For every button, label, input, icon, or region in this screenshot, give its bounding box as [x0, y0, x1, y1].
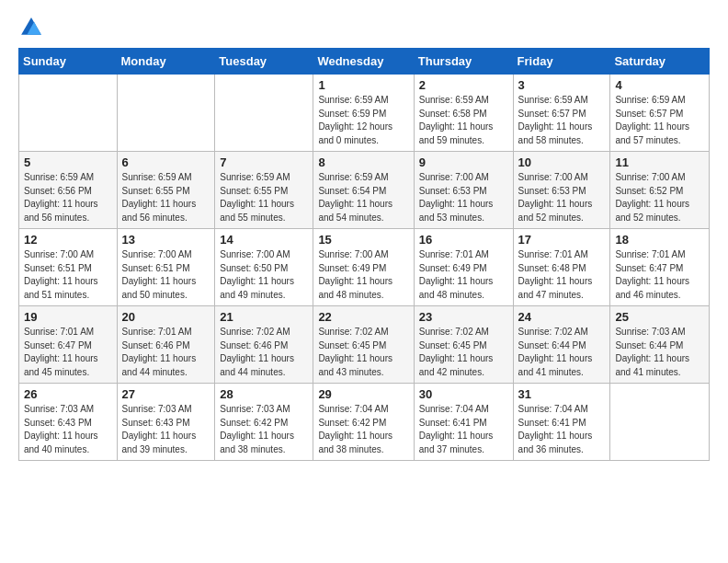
calendar-cell: 23Sunrise: 7:02 AM Sunset: 6:45 PM Dayli… [414, 306, 513, 384]
weekday-header-wednesday: Wednesday [313, 49, 414, 75]
day-number: 7 [220, 155, 308, 169]
calendar-cell: 20Sunrise: 7:01 AM Sunset: 6:46 PM Dayli… [117, 306, 215, 384]
day-info: Sunrise: 7:02 AM Sunset: 6:46 PM Dayligh… [220, 326, 308, 379]
day-info: Sunrise: 7:01 AM Sunset: 6:48 PM Dayligh… [518, 248, 606, 302]
day-number: 28 [220, 387, 308, 401]
day-number: 21 [220, 310, 308, 324]
calendar-cell: 24Sunrise: 7:02 AM Sunset: 6:44 PM Dayli… [513, 306, 610, 384]
day-number: 5 [24, 155, 112, 169]
calendar-cell: 12Sunrise: 7:00 AM Sunset: 6:51 PM Dayli… [19, 229, 118, 306]
calendar-cell: 29Sunrise: 7:04 AM Sunset: 6:42 PM Dayli… [313, 384, 414, 461]
day-info: Sunrise: 6:59 AM Sunset: 6:54 PM Dayligh… [318, 171, 408, 224]
day-info: Sunrise: 7:04 AM Sunset: 6:41 PM Dayligh… [518, 403, 606, 456]
calendar-cell: 4Sunrise: 6:59 AM Sunset: 6:57 PM Daylig… [610, 75, 710, 152]
day-number: 3 [518, 78, 606, 92]
calendar-cell: 28Sunrise: 7:03 AM Sunset: 6:42 PM Dayli… [215, 384, 313, 461]
day-number: 16 [419, 233, 508, 247]
day-info: Sunrise: 7:00 AM Sunset: 6:52 PM Dayligh… [615, 171, 704, 224]
calendar-cell: 31Sunrise: 7:04 AM Sunset: 6:41 PM Dayli… [513, 384, 610, 461]
calendar-cell: 25Sunrise: 7:03 AM Sunset: 6:44 PM Dayli… [610, 306, 710, 384]
calendar-cell: 19Sunrise: 7:01 AM Sunset: 6:47 PM Dayli… [19, 306, 118, 384]
day-number: 29 [318, 387, 408, 401]
page: SundayMondayTuesdayWednesdayThursdayFrid… [0, 0, 728, 476]
calendar-cell: 22Sunrise: 7:02 AM Sunset: 6:45 PM Dayli… [313, 306, 414, 384]
calendar-cell [19, 75, 118, 152]
day-info: Sunrise: 7:03 AM Sunset: 6:44 PM Dayligh… [615, 326, 704, 379]
day-info: Sunrise: 6:59 AM Sunset: 6:55 PM Dayligh… [122, 171, 210, 224]
day-number: 4 [615, 78, 704, 92]
day-number: 23 [419, 310, 508, 324]
day-info: Sunrise: 7:00 AM Sunset: 6:53 PM Dayligh… [518, 171, 606, 224]
weekday-header-monday: Monday [117, 49, 215, 75]
week-row-4: 19Sunrise: 7:01 AM Sunset: 6:47 PM Dayli… [19, 306, 710, 384]
day-number: 27 [122, 387, 210, 401]
day-number: 13 [122, 233, 210, 247]
day-info: Sunrise: 7:01 AM Sunset: 6:46 PM Dayligh… [122, 326, 210, 379]
weekday-header-thursday: Thursday [414, 49, 513, 75]
day-info: Sunrise: 7:04 AM Sunset: 6:42 PM Dayligh… [318, 403, 408, 456]
day-number: 30 [419, 387, 508, 401]
day-info: Sunrise: 7:01 AM Sunset: 6:47 PM Dayligh… [615, 248, 704, 302]
day-info: Sunrise: 6:59 AM Sunset: 6:57 PM Dayligh… [518, 94, 606, 147]
day-number: 14 [220, 233, 308, 247]
calendar-cell [117, 75, 215, 152]
calendar-cell: 3Sunrise: 6:59 AM Sunset: 6:57 PM Daylig… [513, 75, 610, 152]
calendar-cell: 18Sunrise: 7:01 AM Sunset: 6:47 PM Dayli… [610, 229, 710, 306]
calendar-cell: 2Sunrise: 6:59 AM Sunset: 6:58 PM Daylig… [414, 75, 513, 152]
day-info: Sunrise: 7:00 AM Sunset: 6:51 PM Dayligh… [24, 248, 112, 302]
day-number: 19 [24, 310, 112, 324]
weekday-header-saturday: Saturday [610, 49, 710, 75]
day-info: Sunrise: 7:01 AM Sunset: 6:47 PM Dayligh… [24, 326, 112, 379]
day-number: 22 [318, 310, 408, 324]
day-number: 15 [318, 233, 408, 247]
day-number: 12 [24, 233, 112, 247]
day-info: Sunrise: 7:03 AM Sunset: 6:43 PM Dayligh… [122, 403, 210, 456]
calendar-cell: 7Sunrise: 6:59 AM Sunset: 6:55 PM Daylig… [215, 152, 313, 229]
calendar-cell: 14Sunrise: 7:00 AM Sunset: 6:50 PM Dayli… [215, 229, 313, 306]
calendar-cell: 8Sunrise: 6:59 AM Sunset: 6:54 PM Daylig… [313, 152, 414, 229]
calendar-cell: 17Sunrise: 7:01 AM Sunset: 6:48 PM Dayli… [513, 229, 610, 306]
day-info: Sunrise: 7:03 AM Sunset: 6:43 PM Dayligh… [24, 403, 112, 456]
day-info: Sunrise: 6:59 AM Sunset: 6:58 PM Dayligh… [419, 94, 508, 147]
day-number: 20 [122, 310, 210, 324]
day-info: Sunrise: 6:59 AM Sunset: 6:59 PM Dayligh… [318, 94, 408, 147]
calendar-cell: 1Sunrise: 6:59 AM Sunset: 6:59 PM Daylig… [313, 75, 414, 152]
day-number: 18 [615, 233, 704, 247]
day-info: Sunrise: 7:00 AM Sunset: 6:50 PM Dayligh… [220, 248, 308, 302]
calendar-cell: 21Sunrise: 7:02 AM Sunset: 6:46 PM Dayli… [215, 306, 313, 384]
day-number: 17 [518, 233, 606, 247]
day-info: Sunrise: 7:01 AM Sunset: 6:49 PM Dayligh… [419, 248, 508, 302]
header [18, 15, 710, 40]
calendar-cell: 5Sunrise: 6:59 AM Sunset: 6:56 PM Daylig… [19, 152, 118, 229]
calendar: SundayMondayTuesdayWednesdayThursdayFrid… [18, 48, 710, 461]
weekday-header-tuesday: Tuesday [215, 49, 313, 75]
week-row-5: 26Sunrise: 7:03 AM Sunset: 6:43 PM Dayli… [19, 384, 710, 461]
day-number: 25 [615, 310, 704, 324]
day-info: Sunrise: 7:00 AM Sunset: 6:49 PM Dayligh… [318, 248, 408, 302]
calendar-cell: 6Sunrise: 6:59 AM Sunset: 6:55 PM Daylig… [117, 152, 215, 229]
day-info: Sunrise: 6:59 AM Sunset: 6:57 PM Dayligh… [615, 94, 704, 147]
week-row-1: 1Sunrise: 6:59 AM Sunset: 6:59 PM Daylig… [19, 75, 710, 152]
day-info: Sunrise: 7:02 AM Sunset: 6:45 PM Dayligh… [419, 326, 508, 379]
calendar-cell [610, 384, 710, 461]
day-number: 24 [518, 310, 606, 324]
logo [18, 15, 48, 40]
day-number: 11 [615, 155, 704, 169]
calendar-cell: 11Sunrise: 7:00 AM Sunset: 6:52 PM Dayli… [610, 152, 710, 229]
week-row-3: 12Sunrise: 7:00 AM Sunset: 6:51 PM Dayli… [19, 229, 710, 306]
day-info: Sunrise: 6:59 AM Sunset: 6:56 PM Dayligh… [24, 171, 112, 224]
day-number: 10 [518, 155, 606, 169]
calendar-cell: 15Sunrise: 7:00 AM Sunset: 6:49 PM Dayli… [313, 229, 414, 306]
calendar-cell: 30Sunrise: 7:04 AM Sunset: 6:41 PM Dayli… [414, 384, 513, 461]
day-number: 31 [518, 387, 606, 401]
weekday-header-sunday: Sunday [19, 49, 118, 75]
day-number: 9 [419, 155, 508, 169]
calendar-cell: 10Sunrise: 7:00 AM Sunset: 6:53 PM Dayli… [513, 152, 610, 229]
day-info: Sunrise: 7:02 AM Sunset: 6:45 PM Dayligh… [318, 326, 408, 379]
day-number: 26 [24, 387, 112, 401]
day-info: Sunrise: 7:02 AM Sunset: 6:44 PM Dayligh… [518, 326, 606, 379]
day-info: Sunrise: 7:00 AM Sunset: 6:53 PM Dayligh… [419, 171, 508, 224]
weekday-header-friday: Friday [513, 49, 610, 75]
calendar-cell: 26Sunrise: 7:03 AM Sunset: 6:43 PM Dayli… [19, 384, 118, 461]
day-number: 1 [318, 78, 408, 92]
